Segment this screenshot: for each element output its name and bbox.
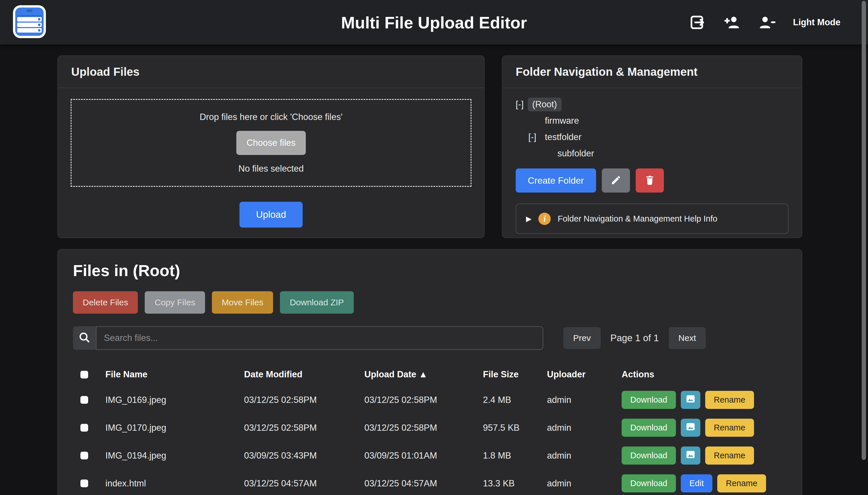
- image-preview-button[interactable]: [681, 446, 700, 465]
- file-name: index.html: [105, 478, 244, 489]
- row-checkbox[interactable]: [80, 452, 88, 459]
- delete-files-button[interactable]: Delete Files: [73, 291, 138, 314]
- rename-button[interactable]: Rename: [705, 419, 754, 437]
- choose-files-button[interactable]: Choose files: [236, 131, 306, 155]
- app-logo: [13, 5, 46, 39]
- table-row: IMG_0169.jpeg 03/12/25 02:58PM 03/12/25 …: [73, 386, 787, 414]
- file-size: 2.4 MB: [483, 395, 547, 405]
- expander-arrow-icon[interactable]: ▶: [526, 215, 532, 223]
- upload-panel-body: Drop files here or click 'Choose files' …: [58, 88, 484, 227]
- info-icon: i: [538, 212, 551, 225]
- folder-help-box[interactable]: ▶ i Folder Navigation & Management Help …: [516, 203, 788, 234]
- dropzone-text: Drop files here or click 'Choose files': [200, 112, 343, 122]
- create-folder-button[interactable]: Create Folder: [516, 168, 596, 192]
- folder-tree-item[interactable]: [-] (Root): [516, 96, 788, 113]
- image-preview-button[interactable]: [681, 391, 700, 409]
- logout-icon[interactable]: [688, 14, 706, 31]
- upload-button[interactable]: Upload: [239, 202, 303, 227]
- folder-panel-body: [-] (Root) [-] firmware [-] testfolder […: [502, 88, 802, 234]
- prev-page-button[interactable]: Prev: [563, 327, 601, 349]
- tree-label[interactable]: testfolder: [540, 130, 586, 144]
- image-preview-button[interactable]: [681, 419, 700, 437]
- table-header-row: File Name Date Modified Upload Date ▲ Fi…: [73, 363, 787, 386]
- select-all-checkbox[interactable]: [80, 371, 88, 378]
- folder-tree-item[interactable]: [-] firmware: [516, 113, 788, 129]
- search-input[interactable]: [96, 326, 543, 350]
- app-header: Multi File Upload Editor: [0, 0, 868, 45]
- page-title: Multi File Upload Editor: [341, 13, 527, 32]
- file-size: 957.5 KB: [483, 423, 547, 433]
- file-dropzone[interactable]: Drop files here or click 'Choose files' …: [71, 99, 471, 187]
- light-mode-toggle[interactable]: Light Mode: [793, 17, 840, 28]
- tree-label[interactable]: firmware: [540, 114, 584, 128]
- col-file-size: File Size: [483, 369, 547, 380]
- rename-button[interactable]: Rename: [717, 474, 766, 492]
- folder-tree-item[interactable]: [-] subfolder: [516, 145, 788, 161]
- row-checkbox[interactable]: [80, 479, 88, 487]
- upload-date: 03/12/25 02:58PM: [364, 423, 483, 433]
- file-name: IMG_0170.jpeg: [105, 423, 244, 433]
- col-upload-date[interactable]: Upload Date ▲: [364, 369, 483, 380]
- upload-panel-title: Upload Files: [58, 56, 484, 88]
- folder-actions: Create Folder: [516, 168, 788, 192]
- table-row: IMG_0170.jpeg 03/12/25 02:58PM 03/12/25 …: [73, 414, 787, 442]
- row-actions: Download Rename: [622, 419, 787, 437]
- pencil-icon: [610, 174, 622, 187]
- table-body: IMG_0169.jpeg 03/12/25 02:58PM 03/12/25 …: [73, 386, 787, 495]
- uploader: admin: [547, 450, 622, 461]
- tree-label[interactable]: (Root): [528, 98, 562, 111]
- image-icon: [685, 393, 696, 407]
- tree-toggle[interactable]: [-]: [516, 99, 524, 109]
- row-checkbox-cell: [80, 479, 105, 487]
- row-checkbox-cell: [80, 396, 105, 404]
- select-all-cell: [80, 371, 105, 378]
- files-table: File Name Date Modified Upload Date ▲ Fi…: [73, 363, 787, 495]
- date-modified: 03/09/25 03:43PM: [244, 450, 364, 461]
- download-zip-button[interactable]: Download ZIP: [280, 291, 353, 314]
- trash-icon: [644, 174, 656, 187]
- rename-button[interactable]: Rename: [705, 391, 754, 409]
- row-checkbox[interactable]: [80, 396, 88, 404]
- uploader: admin: [547, 395, 622, 405]
- upload-button-row: Upload: [71, 202, 471, 227]
- download-button[interactable]: Download: [622, 419, 676, 437]
- add-user-icon[interactable]: [723, 14, 741, 31]
- image-icon: [685, 421, 696, 434]
- search-icon: [78, 331, 91, 345]
- folder-tree-item[interactable]: [-] testfolder: [516, 129, 788, 145]
- col-date-modified: Date Modified: [244, 369, 364, 380]
- download-button[interactable]: Download: [622, 391, 676, 409]
- download-button[interactable]: Download: [622, 474, 676, 492]
- bulk-actions: Delete Files Copy Files Move Files Downl…: [73, 291, 787, 314]
- upload-date: 03/09/25 01:01AM: [364, 450, 483, 461]
- download-button[interactable]: Download: [622, 446, 676, 465]
- tree-toggle[interactable]: [-]: [528, 132, 536, 142]
- move-files-button[interactable]: Move Files: [212, 291, 273, 314]
- upload-date: 03/12/25 04:57AM: [364, 478, 483, 489]
- row-actions: Download Rename: [622, 446, 787, 465]
- server-logo-icon: [13, 5, 46, 38]
- uploader: admin: [547, 423, 622, 433]
- copy-files-button[interactable]: Copy Files: [145, 291, 205, 314]
- row-checkbox[interactable]: [80, 424, 88, 431]
- header-actions: Light Mode: [688, 0, 840, 45]
- file-size: 13.3 KB: [483, 478, 547, 489]
- tree-label[interactable]: subfolder: [553, 147, 599, 160]
- next-page-button[interactable]: Next: [669, 327, 706, 349]
- search-row: Prev Page 1 of 1 Next: [73, 326, 787, 350]
- page-scrollbar[interactable]: [862, 1, 866, 460]
- rename-folder-button[interactable]: [602, 168, 630, 192]
- row-actions: Download Rename: [622, 391, 787, 409]
- delete-folder-button[interactable]: [636, 168, 664, 192]
- upload-date: 03/12/25 02:58PM: [364, 395, 483, 405]
- no-files-text: No files selected: [238, 164, 303, 174]
- col-uploader: Uploader: [547, 369, 622, 380]
- files-panel-title: Files in (Root): [73, 261, 787, 280]
- edit-button[interactable]: Edit: [681, 474, 712, 492]
- remove-user-icon[interactable]: [758, 14, 776, 31]
- page-indicator: Page 1 of 1: [611, 332, 659, 343]
- rename-button[interactable]: Rename: [705, 446, 754, 465]
- folder-tree: [-] (Root) [-] firmware [-] testfolder […: [516, 96, 788, 161]
- date-modified: 03/12/25 02:58PM: [244, 395, 364, 405]
- folder-panel: Folder Navigation & Management [-] (Root…: [502, 55, 802, 238]
